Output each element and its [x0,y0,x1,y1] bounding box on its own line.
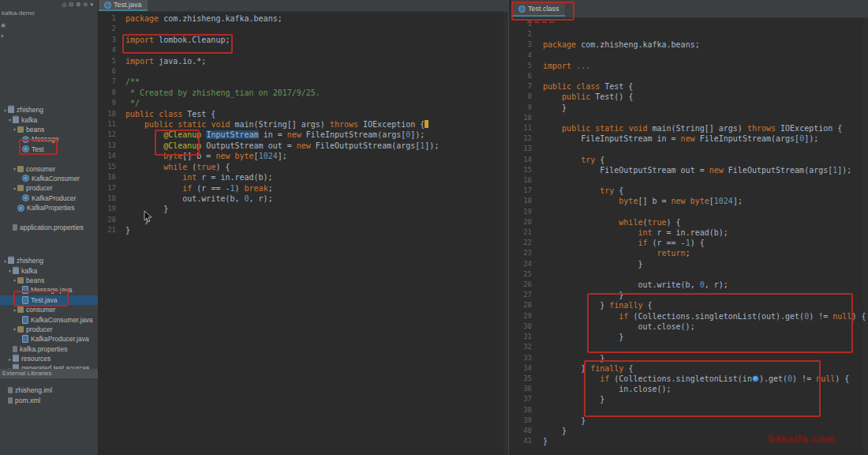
code-line[interactable]: 8 * Created by zhisheng_tian on 2017/9/2… [99,88,508,98]
code-line[interactable]: 17 if (r == -1) break; [99,183,508,194]
code-line[interactable]: 28 } finally { [511,300,868,310]
tab-test-class[interactable]: Test.class [513,2,565,17]
tree-expand-arrow[interactable]: ▾ [12,186,17,191]
code-line[interactable]: 12 @Cleanup InputStream in = new FileInp… [99,130,508,140]
tree-expand-arrow[interactable]: ▸ [7,356,13,362]
code-line[interactable]: 5import java.io.*; [99,56,508,66]
scroll-from-source-icon[interactable]: ◎ [62,2,66,7]
code-line[interactable]: 32 [511,342,868,352]
code-line[interactable]: 4 [99,45,508,55]
code-line[interactable]: 2 [99,24,508,34]
code-line[interactable]: 10public class Test { [99,109,508,119]
tree-item-zhisheng[interactable]: ▾zhisheng [0,256,98,265]
code-line[interactable]: 29 if (Collections.singletonList(out).ge… [511,311,868,322]
hide-icon[interactable]: ⊖ [84,2,88,7]
tree-item-consumer[interactable]: ▾consumer [0,164,98,173]
left-editor-scrollbar[interactable] [503,11,508,455]
code-line[interactable]: 18 out.write(b, 0, r); [99,194,508,204]
code-line[interactable]: 19 [511,207,868,217]
collapse-all-icon[interactable]: ⊟ [69,2,73,7]
code-line[interactable]: 39 } [511,416,868,426]
tree-expand-arrow[interactable]: ▾ [7,117,13,122]
code-line[interactable]: 19 } [99,204,508,214]
code-line[interactable]: 18 byte[] b = new byte[1024]; [511,196,868,206]
code-line[interactable]: 24 } [511,259,868,269]
tree-item-zhisheng[interactable]: ▾zhisheng [0,105,98,115]
tree-item-kafka-properties[interactable]: kafka.properties [0,344,98,354]
inline-blue-dot-icon[interactable] [752,375,759,382]
tree-expand-arrow[interactable]: ▾ [12,307,17,313]
code-line[interactable]: 23 return; [511,248,868,258]
settings-icon[interactable]: ⚙ [76,2,80,7]
tree-item-application-properties[interactable]: application.properties [0,223,98,232]
code-line[interactable]: 14 byte[] b = new byte[1024]; [99,151,508,161]
tree-item-message-java[interactable]: Message.java [0,285,98,295]
tree-item-producer[interactable]: ▾producer [0,183,98,193]
tree-expand-arrow[interactable]: ▾ [12,166,17,171]
code-line[interactable]: 9 } [511,103,868,113]
more-icon[interactable]: ▾ [90,2,93,7]
code-line[interactable]: 15 FileOutputStream out = new FileOutput… [511,165,868,175]
code-line[interactable]: 34 } finally { [511,363,868,374]
tree-item-kafkaproducer-java[interactable]: KafkaProducer.java [0,334,98,344]
tree-expand-arrow[interactable]: ▾ [7,268,13,273]
code-line[interactable]: 17 try { [511,186,868,196]
code-line[interactable]: 33 } [511,353,868,363]
code-line[interactable]: 13 @Cleanup OutputStream out = new FileO… [99,141,508,151]
code-line[interactable]: 21} [99,225,508,235]
code-line[interactable]: 2 [511,29,868,39]
code-line[interactable]: 1package com.zhisheng.kafka.beans; [99,13,508,24]
code-line[interactable]: 4 [511,51,868,61]
code-line[interactable]: 12 FileInputStream in = new FileInputStr… [511,133,868,144]
code-line[interactable]: 15 while (true) { [99,162,508,172]
right-editor-scrollbar[interactable] [863,17,868,455]
code-line[interactable]: 27 } [511,290,868,300]
decompiled-code-area[interactable]: 123package com.zhisheng.kafka.beans;45im… [511,19,868,446]
code-line[interactable]: 37 } [511,394,868,404]
code-line[interactable]: 22 if (r == -1) { [511,238,868,248]
tree-item-kafkaconsumer[interactable]: cKafkaConsumer [0,174,98,183]
tree-item-pom-xml[interactable]: pom.xml [0,395,98,404]
code-line[interactable]: 10 [511,113,868,123]
code-line[interactable]: 20 } [99,215,508,225]
tree-item-beans[interactable]: ▾beans [0,276,98,285]
tree-item-test[interactable]: cTest [0,145,98,154]
code-line[interactable]: 1 [511,19,868,29]
code-line[interactable]: 6 [99,66,508,77]
code-line[interactable]: 6 [511,71,868,81]
tree-item-kafka[interactable]: ▾kafka [0,115,98,124]
tree-item-test-java[interactable]: Test.java [0,295,98,305]
tree-expand-arrow[interactable]: ▾ [12,326,17,332]
code-line[interactable]: 7/** [99,77,508,87]
tree-expand-arrow[interactable]: ▾ [12,277,17,283]
tree-item-beans[interactable]: ▾beans [0,125,98,134]
code-line[interactable]: 11 public static void main(String[] args… [511,123,868,133]
code-line[interactable]: 3package com.zhisheng.kafka.beans; [511,39,868,50]
tree-item-resources[interactable]: ▸resources [0,354,98,363]
code-line[interactable]: 25 [511,269,868,280]
code-line[interactable]: 8 public Test() { [511,92,868,102]
code-line[interactable]: 16 [511,175,868,186]
code-line[interactable]: 7public class Test { [511,81,868,92]
tab-test-java[interactable]: Test.java [99,0,148,11]
code-line[interactable]: 11 public static void main(String[] args… [99,119,508,130]
tree-expand-arrow[interactable]: ▾ [12,126,17,132]
code-line[interactable]: 14 try { [511,155,868,165]
code-line[interactable]: 21 int r = in.read(b); [511,228,868,238]
code-line[interactable]: 30 out.close(); [511,322,868,332]
code-line[interactable]: 16 int r = in.read(b); [99,172,508,182]
tree-item-zhisheng-iml[interactable]: zhisheng.iml [0,385,98,395]
external-libraries-header[interactable]: External Libraries [0,369,98,378]
tree-expand-arrow[interactable]: ▾ [2,258,8,264]
code-line[interactable]: 38 [511,405,868,416]
tree-item-kafkaproperties[interactable]: cKafkaProperties [0,203,98,212]
tree-item-kafka[interactable]: ▾kafka [0,265,98,275]
code-line[interactable]: 20 while(true) { [511,217,868,228]
tree-item-consumer[interactable]: ▾consumer [0,305,98,314]
tree-item-kafkaproducer[interactable]: cKafkaProducer [0,194,98,203]
project-panel-header[interactable]: kafka-demo [2,9,95,17]
code-line[interactable]: 26 out.write(b, 0, r); [511,280,868,290]
tree-expand-arrow[interactable]: ▾ [2,107,8,113]
code-line[interactable]: 13 [511,144,868,154]
code-line[interactable]: 3import lombok.Cleanup; [99,35,508,45]
